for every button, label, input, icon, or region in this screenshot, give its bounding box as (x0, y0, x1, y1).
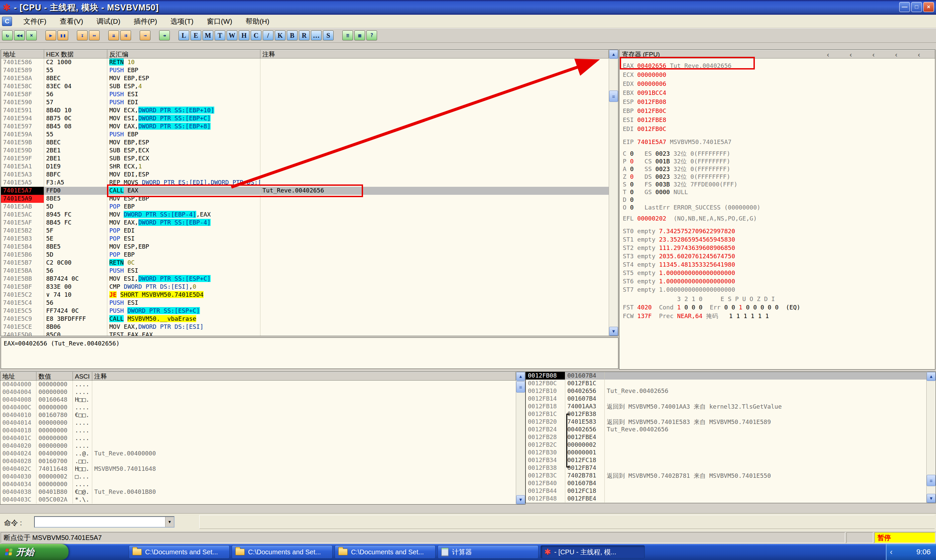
menu-window[interactable]: 窗口(W) (200, 15, 239, 28)
scrollbar-thumb[interactable]: ≡ (609, 91, 618, 102)
register-efl[interactable]: EFL 00000202 (NO,NB,NE,A,NS,PO,GE,G) (619, 214, 935, 222)
flag-t[interactable]: T 0 GS 0000 NULL (619, 188, 935, 196)
tray-chevron-icon[interactable]: ‹ (890, 547, 893, 557)
source-button[interactable]: S (323, 31, 334, 40)
disasm-row[interactable]: 7401E5A1D1E9SHR ECX,1 (1, 163, 609, 171)
register-edx[interactable]: EDX 00000006 (619, 79, 935, 88)
dump-row[interactable]: 0040400400000000.... (0, 388, 516, 396)
log-window-button[interactable]: L (179, 31, 189, 40)
disassembly-scrollbar[interactable]: ▲ ≡ ▼ (609, 50, 618, 336)
register-edi[interactable]: EDI 0012FB0C (619, 124, 935, 133)
step-into-button[interactable]: ↧ (77, 31, 88, 40)
trace-into-button[interactable]: ⇊ (108, 31, 119, 40)
disasm-row[interactable]: 7401E5918B4D 10MOV ECX,DWORD PTR SS:[EBP… (1, 106, 609, 115)
stack-row[interactable]: 0012FB3C7402B781返回到 MSVBVM50.7402B781 来自… (526, 472, 926, 480)
register-st1[interactable]: ST1 empty 23.352865954565945830 (619, 235, 935, 243)
breakpoints-button[interactable]: B (287, 31, 297, 40)
stack-row[interactable]: 0012FB1874001AA3返回到 MSVBVM50.74001AA3 来自… (526, 403, 926, 410)
disasm-row[interactable]: 7401E5B65DPOP EBP (1, 251, 609, 259)
disasm-row[interactable]: 7401E59A55PUSH EBP (1, 131, 609, 138)
run-button[interactable]: ▶ (45, 31, 56, 40)
run-trace-button[interactable]: … (311, 31, 322, 40)
disasm-row[interactable]: 7401E5CE8B06MOV EAX,DWORD PTR DS:[ESI] (1, 323, 609, 331)
register-esi[interactable]: ESI 0012FBE8 (619, 115, 935, 124)
close-button[interactable]: × (923, 2, 934, 12)
dump-row[interactable]: 0040401000160780€□□. (0, 411, 516, 419)
mdi-child-icon[interactable]: C (2, 17, 12, 26)
menu-options[interactable]: 选项(T) (164, 15, 200, 28)
windows-button[interactable]: W (227, 31, 237, 40)
dump-row[interactable]: 0040403400000000.... (0, 480, 516, 488)
disasm-row[interactable]: 7401E58F56PUSH ESI (1, 91, 609, 98)
dump-row[interactable]: 0040403000000002□... (0, 473, 516, 480)
stack-row[interactable]: 0012FB40001607B4 (526, 480, 926, 487)
disasm-row[interactable]: 7401E5B25FPOP EDI (1, 227, 609, 235)
taskbar-item-calculator[interactable]: 计算器 (437, 545, 539, 558)
column-header[interactable]: 注释 (92, 372, 516, 381)
dump-row[interactable]: 0040400000000000.... (0, 381, 516, 388)
stack-row[interactable]: 0012FB380012FB74 (526, 464, 926, 472)
disasm-row[interactable]: 7401E5AF8B45 FCMOV EAX,DWORD PTR SS:[EBP… (1, 219, 609, 227)
flag-a[interactable]: A 0 SS 0023 32位 0(FFFFFFFF) (619, 165, 935, 173)
flag-o[interactable]: O 0 LastErr ERROR_SUCCESS (00000000) (619, 203, 935, 211)
disasm-row[interactable]: 7401E5C9E8 3BFDFFFFCALL MSVBVM50.__vbaEr… (1, 315, 609, 323)
scrollbar-thumb[interactable]: ≡ (927, 475, 936, 486)
flag-d[interactable]: D 0 (619, 196, 935, 203)
taskbar-item-explorer-1[interactable]: C:\Documents and Set... (129, 545, 229, 558)
stack-row[interactable]: 0012FB08001607B4 (526, 372, 926, 380)
fpu-bits-header[interactable]: 3 2 1 0 E S P U O Z D I (619, 295, 935, 303)
register-esp[interactable]: ESP 0012FB08 (619, 97, 935, 106)
register-ebx[interactable]: EBX 0091BCC4 (619, 88, 935, 97)
executables-button[interactable]: E (191, 31, 201, 40)
flag-z[interactable]: Z 0 DS 0023 32位 0(FFFFFFFF) (619, 173, 935, 180)
command-input[interactable] (35, 517, 166, 527)
register-st3[interactable]: ST3 empty 2035.6020761245674750 (619, 252, 935, 260)
disasm-row[interactable]: 7401E5BF833E 00CMP DWORD PTR DS:[ESI],0 (1, 283, 609, 291)
stack-row[interactable]: 0012FB280012FBE4 (526, 433, 926, 441)
disasm-row[interactable]: 7401E59057PUSH EDI (1, 98, 609, 106)
stack-row[interactable]: 0012FB0C0012FB1C (526, 380, 926, 387)
threads-button[interactable]: T (215, 31, 225, 40)
column-header[interactable]: ASCI (73, 372, 92, 381)
dump-row[interactable]: 0040403800401B80€□@.Tut_Reve.00401B80 (0, 488, 516, 496)
disasm-row[interactable]: 7401E58955PUSH EBP (1, 66, 609, 74)
column-header[interactable]: HEX 数据 (44, 50, 107, 58)
scroll-up-icon[interactable]: ▲ (516, 372, 525, 381)
close-program-button[interactable]: × (26, 31, 37, 40)
dump-row[interactable]: 0040400C00000000.... (0, 404, 516, 411)
disasm-row[interactable]: 7401E5BA56PUSH ESI (1, 267, 609, 275)
command-combobox[interactable]: ▼ (34, 516, 174, 528)
menu-view[interactable]: 查看(V) (53, 15, 90, 28)
column-header[interactable]: 数值 (37, 372, 73, 381)
appearance-button[interactable]: ▦ (354, 31, 365, 40)
trace-over-button[interactable]: ⇉ (120, 31, 131, 40)
disasm-row[interactable]: 7401E5D085C0TEST EAX,EAX (1, 331, 609, 336)
menu-file[interactable]: 文件(F) (17, 15, 53, 28)
register-st0[interactable]: ST0 empty 7.3425752709622997820 (619, 227, 935, 235)
disasm-row[interactable]: 7401E5B48BE5MOV ESP,EBP (1, 243, 609, 251)
dump-row[interactable]: 0040402800160700.□□. (0, 457, 516, 465)
register-ebp[interactable]: EBP 0012FB0C (619, 106, 935, 115)
register-st7[interactable]: ST7 empty 1.0000000000000000000 (619, 285, 935, 294)
disasm-row[interactable]: 7401E5A5F3:A5REP MOVS DWORD PTR ES:[EDI]… (1, 179, 609, 187)
disasm-row[interactable]: 7401E59F2BE1SUB ESP,ECX (1, 155, 609, 163)
cpu-window-button[interactable]: C (251, 31, 262, 40)
stack-row[interactable]: 0012FB207401E583返回到 MSVBVM50.7401E583 来自… (526, 418, 926, 426)
stack-row[interactable]: 0012FB2C00000002 (526, 441, 926, 449)
stack-row[interactable]: 0012FB2400402656Tut_Reve.00402656 (526, 426, 926, 433)
scroll-down-icon[interactable]: ▼ (927, 494, 936, 503)
disasm-row[interactable]: 7401E5BB8B7424 0CMOV ESI,DWORD PTR SS:[E… (1, 275, 609, 283)
flag-p[interactable]: P 0 CS 001B 32位 0(FFFFFFFF) (619, 157, 935, 165)
memory-map-button[interactable]: M (203, 31, 213, 40)
scroll-up-icon[interactable]: ▲ (927, 372, 936, 381)
register-st6[interactable]: ST6 empty 1.0000000000000000000 (619, 277, 935, 285)
register-fcw[interactable]: FCW 137F Prec NEAR,64 掩码 1 1 1 1 1 1 (619, 312, 935, 320)
register-st2[interactable]: ST2 empty 111.29743639608906850 (619, 243, 935, 252)
register-fst[interactable]: FST 4020 Cond 1 0 0 0 Err 0 0 1 0 0 0 0 … (619, 303, 935, 312)
menu-help[interactable]: 帮助(H) (239, 15, 276, 28)
menu-debug[interactable]: 调试(D) (90, 15, 127, 28)
disasm-row[interactable]: 7401E5A7FFD0CALL EAXTut_Reve.00402656 (1, 187, 609, 195)
disasm-row[interactable]: 7401E586C2 1000RETN 10 (1, 58, 609, 66)
disasm-row[interactable]: 7401E59B8BECMOV EBP,ESP (1, 138, 609, 147)
disasm-row[interactable]: 7401E59D2BE1SUB ESP,ECX (1, 147, 609, 155)
